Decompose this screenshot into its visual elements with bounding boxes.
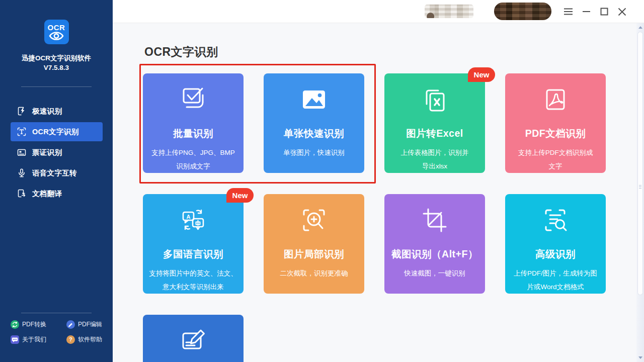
edit-compose-icon	[143, 327, 244, 355]
sidebar-item-label: 语音文字互转	[32, 168, 77, 178]
svg-text:?: ?	[69, 336, 72, 342]
titlebar	[113, 0, 644, 23]
sidebar-item-lightning-doc[interactable]: 极速识别	[11, 102, 103, 121]
sidebar-item-ocr-brackets[interactable]: OCR文字识别	[11, 122, 103, 141]
maximize-button[interactable]	[596, 0, 612, 23]
footer-item-label: 软件帮助	[78, 335, 102, 344]
image-photo-icon	[264, 85, 364, 114]
scroll-up-arrow[interactable]	[636, 24, 644, 31]
sidebar-item-ticket[interactable]: 票证识别	[11, 143, 103, 162]
new-badge: New	[468, 67, 495, 82]
feature-card-6[interactable]: 图片局部识别二次截取，识别更准确	[264, 194, 364, 294]
card-description: 支持上传PNG、JPG、BMP 识别成文字	[145, 146, 242, 173]
scrollbar-track[interactable]	[636, 23, 644, 362]
card-description: 单张图片，快速识别	[266, 146, 362, 159]
card-description: 支持将图片中的英文、法文、 意大利文等识别出来	[145, 266, 242, 294]
sidebar: OCR 迅捷OCR文字识别软件 V7.5.8.3 极速识别OCR文字识别票证识别…	[0, 0, 113, 362]
maximize-icon	[600, 8, 608, 16]
feature-card-5[interactable]: NewA多国语言识别支持将图片中的英文、法文、 意大利文等识别出来	[143, 194, 244, 294]
ticket-icon	[17, 148, 26, 157]
sidebar-nav: 极速识别OCR文字识别票证识别语音文字互转文档翻译	[0, 102, 113, 203]
doc-translate-icon	[17, 189, 26, 198]
lightning-doc-icon	[17, 107, 26, 116]
doc-search-icon	[505, 206, 606, 234]
sidebar-item-label: 票证识别	[32, 148, 62, 157]
crop-tool-icon	[384, 206, 485, 234]
footer-item-label: PDF转换	[22, 320, 46, 329]
account-redacted[interactable]	[494, 3, 551, 20]
feature-card-2[interactable]: 单张快速识别单张图片，快速识别	[264, 73, 364, 173]
sidebar-divider	[21, 86, 92, 87]
magnifier-crop-icon	[264, 206, 364, 234]
chat-bubble-icon	[11, 335, 19, 344]
card-title: PDF文档识别	[505, 127, 606, 140]
footer-item-label: PDF编辑	[78, 320, 102, 329]
convert-arrows-icon	[11, 320, 19, 329]
user-info-redacted[interactable]	[425, 5, 473, 18]
excel-pages-icon	[384, 85, 485, 114]
sidebar-item-doc-translate[interactable]: 文档翻译	[11, 184, 103, 203]
sidebar-item-label: OCR文字识别	[32, 127, 78, 137]
main-content: OCR文字识别 批量识别支持上传PNG、JPG、BMP 识别成文字单张快速识别单…	[113, 23, 644, 362]
card-title: 多国语言识别	[143, 247, 244, 261]
scrollbar-grip	[639, 185, 641, 189]
feature-card-1[interactable]: 批量识别支持上传PNG、JPG、BMP 识别成文字	[143, 73, 244, 173]
hamburger-menu-button[interactable]	[560, 0, 576, 23]
card-title: 单张快速识别	[264, 127, 364, 140]
card-description: 上传PDF/图片，生成转为图 片或Word文档格式	[507, 266, 604, 294]
card-title: 图片局部识别	[264, 247, 364, 261]
close-icon	[618, 8, 626, 16]
minimize-button[interactable]	[578, 0, 594, 23]
footer-item-question-mark[interactable]: ?软件帮助	[66, 335, 113, 344]
card-title: 高级识别	[505, 247, 606, 261]
batch-check-icon	[143, 85, 244, 114]
feature-card-4[interactable]: PDF文档识别支持上传PDF文档识别成 文字	[505, 73, 606, 173]
microphone-icon	[17, 168, 26, 177]
minimize-icon	[582, 11, 591, 13]
ocr-brackets-icon	[17, 127, 26, 136]
svg-text:A: A	[187, 214, 191, 220]
card-title: 批量识别	[143, 127, 244, 140]
feature-card-9[interactable]	[143, 315, 244, 362]
footer-item-chat-bubble[interactable]: 关于我们	[11, 335, 66, 344]
card-title: 图片转Excel	[384, 127, 485, 140]
translate-bubbles-icon: A	[143, 206, 244, 234]
footer-item-label: 关于我们	[22, 335, 46, 344]
feature-card-3[interactable]: New图片转Excel上传表格图片，识别并 导出xlsx	[384, 73, 485, 173]
logo-ocr-text: OCR	[48, 24, 65, 32]
close-button[interactable]	[614, 0, 630, 23]
footer-item-pen[interactable]: PDF编辑	[66, 320, 113, 329]
sidebar-item-label: 极速识别	[32, 107, 62, 116]
app-name: 迅捷OCR文字识别软件 V7.5.8.3	[0, 53, 113, 72]
scrollbar-thumb[interactable]	[637, 32, 643, 295]
card-title: 截图识别（Alt+F）	[384, 247, 485, 261]
card-description: 支持上传PDF文档识别成 文字	[507, 146, 604, 173]
eye-icon	[49, 32, 64, 40]
new-badge: New	[226, 188, 254, 203]
feature-card-7[interactable]: 截图识别（Alt+F）快速截图，一键识别	[384, 194, 485, 294]
feature-card-8[interactable]: 高级识别上传PDF/图片，生成转为图 片或Word文档格式	[505, 194, 606, 294]
sidebar-item-microphone[interactable]: 语音文字互转	[11, 163, 103, 183]
sidebar-footer: PDF转换PDF编辑关于我们?软件帮助	[0, 313, 113, 344]
question-mark-icon: ?	[66, 335, 75, 344]
footer-item-convert-arrows[interactable]: PDF转换	[11, 320, 66, 329]
page-title: OCR文字识别	[144, 44, 218, 60]
pdf-logo-icon	[505, 85, 606, 114]
sidebar-item-label: 文档翻译	[32, 189, 62, 199]
scroll-down-arrow[interactable]	[636, 354, 644, 361]
hamburger-icon	[564, 8, 573, 15]
app-logo: OCR	[44, 20, 69, 44]
card-description: 上传表格图片，识别并 导出xlsx	[386, 146, 483, 173]
card-description: 二次截取，识别更准确	[266, 266, 362, 280]
pen-icon	[66, 320, 75, 329]
card-description: 快速截图，一键识别	[386, 266, 483, 280]
